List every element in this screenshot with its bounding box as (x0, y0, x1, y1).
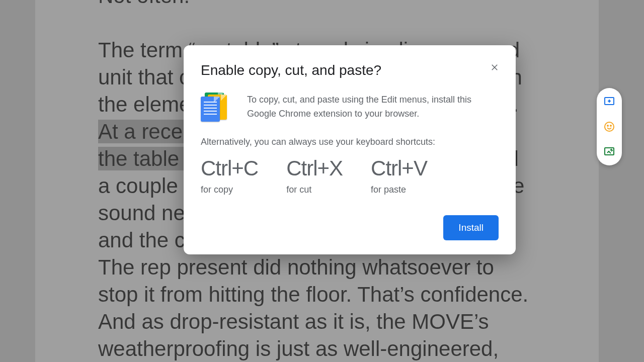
add-comment-icon (603, 96, 615, 108)
svg-point-5 (610, 125, 611, 126)
dialog-alt-intro: Alternatively, you can always use your k… (201, 137, 499, 147)
shortcut-list: Ctrl+C for copy Ctrl+X for cut Ctrl+V fo… (201, 156, 499, 195)
google-docs-icon (201, 93, 233, 122)
clipboard-extension-dialog: Enable copy, cut, and paste? To copy, cu… (184, 45, 516, 254)
install-button[interactable]: Install (443, 215, 499, 240)
floating-action-bar (597, 88, 622, 165)
shortcut-keys: Ctrl+X (286, 156, 343, 180)
shortcut-cut: Ctrl+X for cut (286, 156, 343, 195)
add-comment-button[interactable] (603, 95, 616, 108)
shortcut-label: for paste (371, 185, 427, 195)
suggest-edits-button[interactable] (603, 145, 616, 158)
dialog-title: Enable copy, cut, and paste? (201, 62, 381, 78)
close-icon (490, 63, 499, 72)
dialog-description: To copy, cut, and paste using the Edit m… (247, 93, 499, 122)
svg-point-4 (607, 125, 608, 126)
svg-point-3 (605, 122, 614, 131)
shortcut-label: for cut (286, 185, 343, 195)
dialog-close-button[interactable] (488, 60, 502, 74)
shortcut-label: for copy (201, 185, 258, 195)
shortcut-keys: Ctrl+V (371, 156, 427, 180)
shortcut-copy: Ctrl+C for copy (201, 156, 258, 195)
shortcut-paste: Ctrl+V for paste (371, 156, 427, 195)
emoji-smile-icon (603, 121, 615, 133)
shortcut-keys: Ctrl+C (201, 156, 258, 180)
suggest-edits-icon (603, 146, 615, 158)
app-viewport: Not often. The term “portable” strongly … (0, 0, 644, 362)
emoji-reaction-button[interactable] (603, 120, 616, 133)
